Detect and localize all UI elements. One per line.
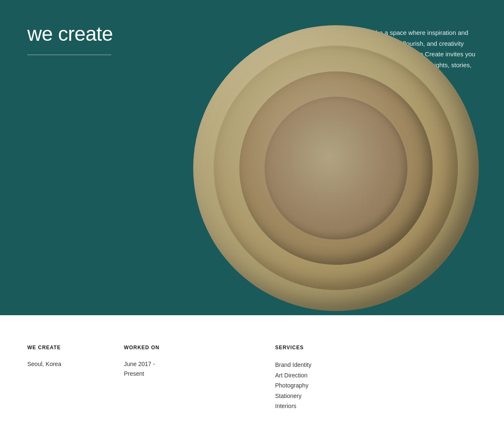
footer-col-services: SERVICES Brand IdentityArt DirectionPhot… bbox=[275, 345, 401, 411]
hero-section: we create We Create strives to be a spac… bbox=[0, 0, 504, 315]
footer-col-we-create: WE CREATE Seoul, Korea bbox=[27, 345, 124, 369]
footer-period-end: Present bbox=[124, 369, 275, 378]
plates-illustration bbox=[193, 25, 487, 315]
footer-period-start: June 2017 - bbox=[124, 360, 275, 369]
service-item: Photography bbox=[275, 380, 401, 391]
footer-we-create-heading: WE CREATE bbox=[27, 345, 124, 351]
plate-inner bbox=[239, 71, 433, 265]
footer-services-heading: SERVICES bbox=[275, 345, 401, 351]
footer-worked-on-heading: WORKED ON bbox=[124, 345, 275, 351]
footer-col-worked-on: WORKED ON June 2017 - Present bbox=[124, 345, 275, 379]
service-item: Stationery bbox=[275, 391, 401, 401]
hero-divider bbox=[27, 55, 111, 55]
footer-location: Seoul, Korea bbox=[27, 360, 124, 369]
footer: WE CREATE Seoul, Korea WORKED ON June 20… bbox=[0, 315, 504, 427]
service-item: Art Direction bbox=[275, 370, 401, 381]
hero-title: we create bbox=[27, 23, 113, 45]
services-list: Brand IdentityArt DirectionPhotographySt… bbox=[275, 360, 401, 411]
service-item: Brand Identity bbox=[275, 360, 401, 370]
service-item: Interiors bbox=[275, 401, 401, 411]
